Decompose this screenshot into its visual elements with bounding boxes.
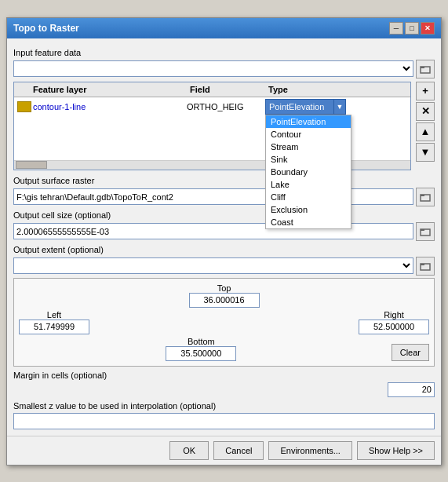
svg-rect-5: [421, 229, 424, 231]
top-label: Top: [189, 283, 260, 293]
type-option-stream[interactable]: Stream: [266, 141, 351, 153]
smallest-z-input[interactable]: [13, 413, 435, 429]
svg-rect-3: [421, 195, 424, 196]
ok-button[interactable]: OK: [169, 441, 209, 460]
left-input[interactable]: [19, 320, 89, 334]
extent-box: Top Left Right Bottom: [13, 278, 435, 367]
margin-label: Margin in cells (optional): [13, 371, 435, 380]
left-side: Left: [19, 310, 89, 334]
type-option-lake[interactable]: Lake: [266, 178, 351, 191]
col-feature-layer: Feature layer: [14, 84, 187, 95]
output-extent-combo[interactable]: [13, 257, 413, 274]
extent-sides-row: Left Right: [19, 310, 429, 334]
smallest-z-row: [13, 413, 435, 429]
main-window: Topo to Raster ─ □ ✕ Input feature data …: [6, 17, 442, 466]
type-option-boundary[interactable]: Boundary: [266, 166, 351, 178]
window-title: Topo to Raster: [13, 23, 79, 34]
input-feature-label: Input feature data: [13, 48, 435, 57]
output-raster-row: [13, 188, 435, 206]
environments-button[interactable]: Environments...: [268, 441, 351, 460]
cancel-button[interactable]: Cancel: [213, 441, 264, 460]
output-cell-size-label: Output cell size (optional): [13, 210, 435, 220]
output-cell-size-input[interactable]: [13, 223, 413, 239]
extent-bottom-row: Bottom Clear: [19, 337, 429, 361]
table-action-buttons: + ✕ ▲ ▼: [416, 82, 435, 172]
top-input[interactable]: [189, 293, 260, 308]
titlebar: Topo to Raster ─ □ ✕: [7, 18, 441, 38]
type-option-exclusion[interactable]: Exclusion: [266, 203, 351, 216]
dialog-footer: OK Cancel Environments... Show Help >>: [7, 436, 441, 465]
output-cell-size-row: [13, 222, 435, 241]
left-label: Left: [47, 310, 61, 320]
type-dropdown-arrow[interactable]: ▼: [333, 99, 346, 115]
extent-top-row: Top: [19, 283, 429, 308]
table-row: contour-1-line ORTHO_HEIG PointElevation…: [14, 97, 410, 116]
feature-table: Feature layer Field Type contour-1-line …: [13, 82, 411, 170]
output-raster-input[interactable]: [13, 188, 413, 205]
dialog-content: Input feature data Feature layer Field T…: [7, 38, 441, 436]
close-button[interactable]: ✕: [421, 22, 435, 35]
type-selected-value[interactable]: PointElevation: [265, 99, 334, 115]
input-feature-combo[interactable]: [13, 60, 413, 77]
type-option-sink[interactable]: Sink: [266, 153, 351, 166]
margin-input[interactable]: [388, 382, 435, 397]
type-option-pointelevation[interactable]: PointElevation: [266, 115, 351, 128]
type-option-contour[interactable]: Contour: [266, 128, 351, 141]
svg-rect-7: [421, 264, 424, 265]
right-label: Right: [384, 310, 404, 320]
output-extent-browse-button[interactable]: [416, 257, 435, 276]
type-option-cliff[interactable]: Cliff: [266, 191, 351, 203]
minimize-button[interactable]: ─: [389, 22, 403, 35]
output-extent-row: [13, 257, 435, 276]
col-type: Type: [265, 84, 359, 95]
remove-row-button[interactable]: ✕: [416, 102, 435, 121]
col-field: Field: [187, 84, 265, 95]
field-value: ORTHO_HEIG: [187, 102, 265, 111]
move-up-button[interactable]: ▲: [416, 122, 435, 141]
output-extent-label: Output extent (optional): [13, 245, 435, 254]
type-cell: PointElevation ▼ PointElevation Contour …: [265, 99, 375, 115]
svg-rect-1: [421, 67, 424, 68]
input-browse-button[interactable]: [416, 60, 435, 79]
output-raster-label: Output surface raster: [13, 176, 435, 185]
feature-icon: [17, 101, 31, 112]
bottom-input[interactable]: [166, 346, 236, 361]
right-input[interactable]: [359, 320, 429, 334]
window-controls: ─ □ ✕: [389, 22, 435, 35]
type-option-coast[interactable]: Coast: [266, 216, 351, 228]
smallest-z-label: Smallest z value to be used in interpola…: [13, 401, 435, 411]
right-side: Right: [359, 310, 429, 334]
bottom-center: Bottom: [19, 337, 384, 361]
bottom-label: Bottom: [19, 337, 384, 346]
input-feature-row: [13, 60, 435, 79]
clear-button[interactable]: Clear: [392, 344, 429, 361]
add-row-button[interactable]: +: [416, 82, 435, 100]
feature-name[interactable]: contour-1-line: [31, 102, 187, 111]
clear-button-wrapper: Clear: [392, 344, 429, 361]
output-raster-browse-button[interactable]: [416, 188, 435, 206]
show-help-button[interactable]: Show Help >>: [357, 441, 435, 460]
type-dropdown-menu: PointElevation Contour Stream Sink Bound…: [265, 115, 351, 229]
maximize-button[interactable]: □: [405, 22, 419, 35]
type-dropdown-wrapper: PointElevation ▼ PointElevation Contour …: [265, 99, 346, 115]
margin-row: [13, 382, 435, 397]
table-body: contour-1-line ORTHO_HEIG PointElevation…: [14, 97, 410, 160]
output-cell-browse-button[interactable]: [416, 222, 435, 241]
table-header: Feature layer Field Type: [14, 82, 410, 97]
move-down-button[interactable]: ▼: [416, 143, 435, 162]
